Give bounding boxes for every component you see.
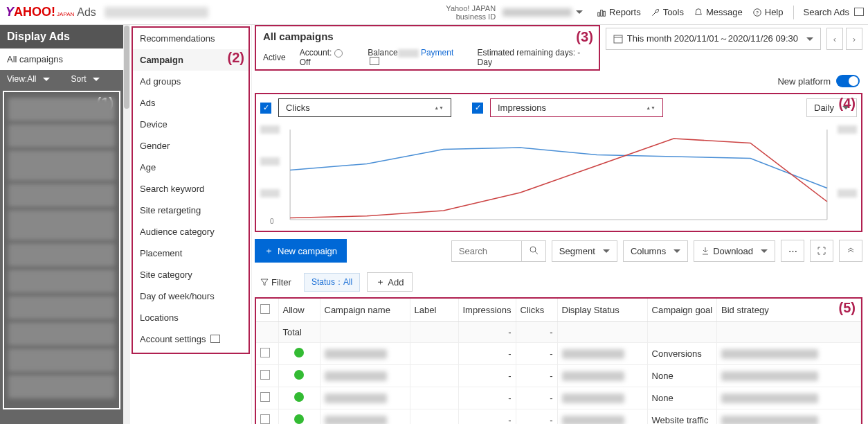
display-status-blur (562, 371, 624, 381)
sidebar-active-item[interactable]: All campaigns (0, 48, 123, 70)
download-dropdown[interactable]: Download (694, 240, 775, 262)
wrench-icon (651, 8, 660, 17)
list-item[interactable] (8, 296, 115, 319)
add-filter-button[interactable]: ＋Add (367, 272, 413, 292)
segment-dropdown[interactable]: Segment (552, 240, 617, 262)
new-campaign-button[interactable]: ＋ New campaign (255, 239, 347, 263)
nav-item[interactable]: Site category (133, 264, 248, 285)
metric1-checkbox[interactable]: ✓ (260, 103, 271, 114)
message-link[interactable]: Message (694, 7, 743, 17)
svg-point-10 (530, 247, 536, 252)
nav-item[interactable]: Audience category (133, 221, 248, 242)
svg-line-11 (535, 251, 538, 254)
metric2-select[interactable]: Impressions▲▼ (490, 98, 663, 117)
sort-dropdown[interactable]: Sort (71, 74, 100, 84)
platform-label: New platform (777, 76, 831, 87)
annotation-3: (3) (576, 29, 593, 45)
row-checkbox[interactable] (260, 348, 270, 357)
fullscreen-button[interactable] (810, 240, 833, 262)
search-button[interactable] (521, 241, 545, 261)
list-item[interactable] (8, 375, 115, 398)
col-impressions[interactable]: Impressions (458, 299, 516, 322)
status-filter-chip[interactable]: Status：All (304, 273, 360, 292)
nav-item[interactable]: Recommendations (133, 28, 248, 49)
metric1-select[interactable]: Clicks▲▼ (278, 98, 451, 117)
columns-dropdown[interactable]: Columns (623, 240, 688, 262)
search-ads-link[interactable]: Search Ads (804, 7, 863, 17)
goal-cell: None (647, 365, 716, 387)
row-checkbox[interactable] (260, 414, 270, 424)
goal-cell: Website traffic (647, 409, 716, 425)
nav-item[interactable]: Placement (133, 242, 248, 264)
col-clicks[interactable]: Clicks (516, 299, 557, 322)
col-label[interactable]: Label (410, 299, 458, 322)
nav-item[interactable]: Ads (133, 92, 248, 114)
nav-item[interactable]: Gender (133, 135, 248, 157)
filter-button[interactable]: Filter (255, 274, 297, 290)
list-item[interactable] (8, 124, 115, 148)
metric2-checkbox[interactable]: ✓ (472, 103, 483, 114)
annotation-4: (4) (839, 96, 856, 112)
row-checkbox[interactable] (260, 392, 270, 402)
more-button[interactable]: ⋯ (781, 240, 804, 262)
svg-text:?: ? (756, 10, 759, 15)
list-item[interactable] (8, 150, 115, 181)
nav-item[interactable]: Device (133, 114, 248, 135)
list-item[interactable] (8, 184, 115, 207)
sidebar-title: Display Ads (0, 25, 123, 48)
col-goal[interactable]: Campaign goal (647, 299, 716, 322)
nav-item[interactable]: Day of week/hours (133, 285, 248, 307)
campaign-list: (1) (3, 91, 120, 409)
sidebar: Display Ads All campaigns View:All Sort … (0, 25, 123, 424)
col-name[interactable]: Campaign name (320, 299, 410, 322)
row-checkbox[interactable] (260, 370, 270, 380)
campaign-name-blur[interactable] (325, 416, 387, 425)
nav-item[interactable]: Locations (133, 307, 248, 328)
list-item[interactable] (8, 270, 115, 293)
table-row: --Conversions (256, 343, 861, 365)
date-next[interactable]: › (846, 28, 862, 50)
list-item[interactable] (8, 322, 115, 346)
campaign-name-blur[interactable] (325, 371, 387, 381)
date-prev[interactable]: ‹ (826, 28, 843, 50)
chart-panel: (4) ✓ Clicks▲▼ ✓ Impressions▲▼ Daily 0 (255, 93, 862, 232)
dots-icon: ⋯ (788, 246, 797, 256)
help-link[interactable]: ? Help (752, 7, 784, 17)
impressions-cell: - (458, 409, 516, 425)
logo[interactable]: YAHOO! JAPAN Ads (6, 5, 96, 19)
collapse-button[interactable] (839, 240, 862, 262)
header: YAHOO! JAPAN Ads Yahoo! JAPAN business I… (0, 0, 868, 25)
campaign-name-blur[interactable] (325, 394, 387, 403)
remaining-days: Estimated remaining days: -Day (478, 48, 592, 67)
select-all-checkbox[interactable] (260, 304, 270, 314)
balance: Balance Payment (368, 48, 463, 67)
nav-item[interactable]: Site retargeting (133, 200, 248, 221)
nav-item[interactable]: Search keyword (133, 178, 248, 200)
plus-icon: ＋ (264, 245, 273, 257)
calendar-icon (613, 34, 623, 44)
external-link-icon (854, 9, 862, 16)
chevron-up-double-icon (846, 246, 856, 256)
nav-item[interactable]: Ad groups (133, 71, 248, 92)
business-id[interactable]: Yahoo! JAPAN business ID (446, 4, 583, 21)
list-item[interactable] (8, 98, 115, 121)
col-display-status[interactable]: Display Status (557, 299, 647, 322)
campaign-name-blur[interactable] (325, 349, 387, 359)
list-item[interactable] (8, 348, 115, 372)
nav-item[interactable]: Account settings (133, 328, 248, 350)
nav-item[interactable]: Age (133, 157, 248, 178)
platform-toggle[interactable] (836, 75, 860, 87)
scrollbar[interactable] (123, 25, 130, 424)
list-item[interactable] (8, 243, 115, 267)
account-toggle[interactable]: Account: Off (300, 48, 354, 67)
view-dropdown[interactable]: View:All (7, 74, 50, 84)
date-range-picker[interactable]: This month 2020/11/01～2020/11/26 09:30 (606, 28, 821, 50)
payment-link[interactable]: Payment (421, 48, 453, 58)
search-input[interactable] (452, 241, 521, 261)
line-chart: 0 (260, 123, 857, 227)
list-item[interactable] (8, 210, 115, 240)
tools-link[interactable]: Tools (651, 7, 684, 17)
bar-chart-icon (597, 8, 606, 17)
col-allow[interactable]: Allow (278, 299, 320, 322)
reports-link[interactable]: Reports (597, 7, 641, 17)
